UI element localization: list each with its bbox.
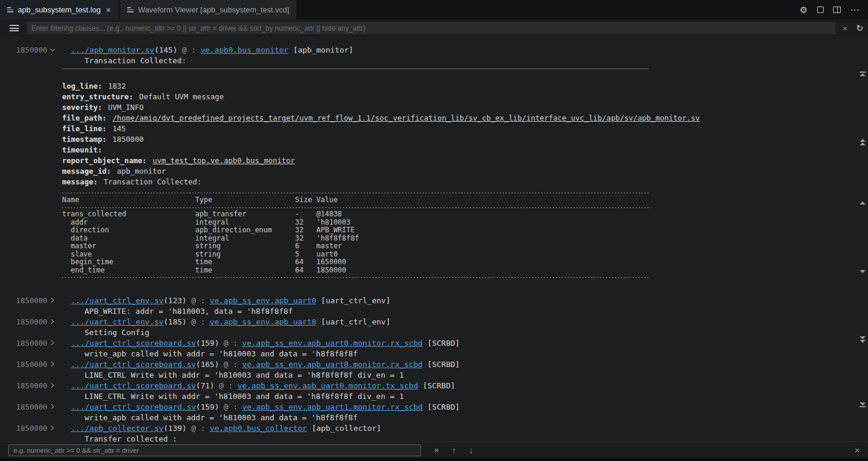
tab-waveform-viewer[interactable]: Waveform Viewer [apb_subsystem_test.vcd] <box>120 0 296 20</box>
page-down-fast-icon[interactable] <box>859 336 866 343</box>
find-previous-icon[interactable]: ↑ <box>452 446 456 455</box>
log-entry: 1850000 .../uart_ctrl_scoreboard.sv(159)… <box>0 338 857 359</box>
table-row: trans_collectedapb_transfer-@14838 <box>62 210 857 219</box>
table-row: addrintegral32'h810003 <box>62 219 857 227</box>
chevron-right-icon[interactable] <box>50 319 57 326</box>
log-entry: 1850000 .../uart_ctrl_scoreboard.sv(71) … <box>0 381 857 402</box>
chevron-down-icon[interactable] <box>50 47 57 54</box>
log-entry: 1850000 .../apb_monitor.sv(145) @ : ve.a… <box>0 45 857 296</box>
entry-timestamp: 1850000 <box>6 381 47 391</box>
arrow-down-icon[interactable] <box>859 270 866 274</box>
chevron-right-icon[interactable] <box>50 425 57 432</box>
entry-message: Transaction Collected: <box>71 56 857 66</box>
scroll-to-top-icon[interactable] <box>859 71 866 77</box>
scope-link[interactable]: ve.apb_ss_env.apb_uart0 <box>210 296 316 305</box>
entry-message: write_apb called with addr = 'h810003 an… <box>71 349 857 359</box>
scroll-to-bottom-icon[interactable] <box>859 402 866 408</box>
table-header: NameTypeSizeValue <box>62 196 857 204</box>
file-link[interactable]: .../apb_collector.sv <box>71 424 164 433</box>
chevron-right-icon[interactable] <box>50 297 57 304</box>
entry-message: LINE_CTRL Write with addr = 'h810003 and… <box>71 391 857 402</box>
tab-bar: apb_subsystem_test.log × Waveform Viewer… <box>0 0 868 20</box>
log-content: 1850000 .../apb_monitor.sv(145) @ : ve.a… <box>0 37 857 441</box>
entry-timestamp: 1850000 <box>6 402 47 413</box>
entry-header: .../apb_monitor.sv(145) @ : ve.apb0.bus_… <box>71 45 857 56</box>
scope-link[interactable]: ve.apb_ss_env.apb_uart0.monitor.rx_scbd <box>242 360 423 369</box>
log-entry: 1850000 .../uart_ctrl_scoreboard.sv(159)… <box>0 402 857 423</box>
transaction-table: NameTypeSizeValue trans_collectedapb_tra… <box>62 192 857 278</box>
log-file-icon <box>7 6 14 14</box>
waveform-file-icon <box>127 6 134 14</box>
menu-icon[interactable] <box>9 24 19 33</box>
find-input[interactable] <box>8 444 421 456</box>
table-row: begin_timetime641650000 <box>62 258 857 267</box>
more-actions-icon[interactable]: ⋯ <box>850 8 860 12</box>
maximize-icon[interactable] <box>817 7 824 13</box>
entry-message: LINE_CTRL Write with addr = 'h810003 and… <box>71 370 857 381</box>
scope-link[interactable]: ve.apb0.bus_monitor <box>200 46 289 54</box>
tab-label: Waveform Viewer [apb_subsystem_test.vcd] <box>138 5 289 14</box>
chevron-right-icon[interactable] <box>50 361 57 368</box>
scope-link[interactable]: ve.apb_ss_env.apb_uart0.monitor.rx_scbd <box>242 339 423 348</box>
table-row: dataintegral32'h8f8f8f8f <box>62 235 857 243</box>
find-bar: × ↑ ↓ × <box>0 441 868 458</box>
file-link[interactable]: .../apb_monitor.sv <box>71 46 154 54</box>
file-path-link[interactable]: /home/amiq/dvt_predefined_projects_targe… <box>112 113 699 122</box>
find-clear-icon[interactable]: × <box>434 446 439 455</box>
entry-message: write_apb called with addr = 'h810003 an… <box>71 413 857 423</box>
page-up-fast-icon[interactable] <box>859 138 866 146</box>
entry-message: Setting Config <box>71 327 857 338</box>
file-link[interactable]: .../uart_ctrl_env.sv <box>71 317 164 326</box>
entry-timestamp: 1850000 <box>6 423 47 434</box>
table-row: directionapb_direction_enum32APB_WRITE <box>62 226 857 235</box>
file-link[interactable]: .../uart_ctrl_scoreboard.sv <box>71 402 196 411</box>
log-entry: 1850000 .../uart_ctrl_scoreboard.sv(165)… <box>0 359 857 381</box>
scope-link[interactable]: ve.apb_ss_env.apb_uart0 <box>210 317 316 326</box>
entry-timestamp: 1850000 <box>6 359 47 370</box>
filter-input[interactable] <box>27 22 835 34</box>
entry-timestamp: 1850000 <box>6 317 47 327</box>
details-separator <box>62 69 649 69</box>
log-entry: 1850000 .../apb_collector.sv(139) @ : ve… <box>0 423 857 441</box>
clear-filter-icon[interactable]: × <box>843 23 848 33</box>
chevron-right-icon[interactable] <box>50 382 57 389</box>
file-link[interactable]: .../uart_ctrl_scoreboard.sv <box>71 360 196 369</box>
tab-log-file[interactable]: apb_subsystem_test.log × <box>0 0 119 20</box>
table-row: slavestring5uart0 <box>62 251 857 259</box>
table-row: end_timetime641850000 <box>62 267 857 275</box>
editor-actions: ⚙ ⋯ <box>800 0 868 20</box>
bottom-strip <box>0 458 868 461</box>
entry-timestamp: 1850000 <box>6 296 47 306</box>
entry-timestamp: 1850000 <box>6 338 47 349</box>
chevron-right-icon[interactable] <box>50 340 57 347</box>
tab-label: apb_subsystem_test.log <box>18 5 101 14</box>
log-entry: 1850000 .../uart_ctrl_env.sv(123) @ : ve… <box>0 296 857 317</box>
log-viewer-window: apb_subsystem_test.log × Waveform Viewer… <box>0 0 868 461</box>
table-row: masterstring6master <box>62 242 857 251</box>
file-link[interactable]: .../uart_ctrl_env.sv <box>71 296 164 305</box>
entry-details: log_line:1832 entry_structure:Default UV… <box>62 69 857 296</box>
entry-timestamp: 1850000 <box>6 45 47 56</box>
entry-message: Transfer collected : <box>71 434 857 441</box>
scope-link[interactable]: ve.apb0.bus_collector <box>210 424 307 433</box>
filter-bar: × ↻ <box>0 20 868 37</box>
find-next-icon[interactable]: ↓ <box>469 446 473 455</box>
file-link[interactable]: .../uart_ctrl_scoreboard.sv <box>71 381 196 390</box>
report-object-link[interactable]: uvm_test_top.ve.apb0.bus_monitor <box>153 156 295 165</box>
arrow-up-icon[interactable] <box>859 201 866 205</box>
scroll-rail <box>857 37 868 441</box>
scope-link[interactable]: ve.apb_ss_env.apb_uart0.monitor.tx_scbd <box>238 381 418 390</box>
chevron-right-icon[interactable] <box>50 404 57 411</box>
close-tab-icon[interactable]: × <box>105 6 112 14</box>
entry-message: APB_WRITE: addr = 'h810003, data = 'h8f8… <box>71 306 857 317</box>
file-link[interactable]: .../uart_ctrl_scoreboard.sv <box>71 339 196 348</box>
scope-link[interactable]: ve.apb_ss_env.apb_uart1.monitor.rx_scbd <box>242 402 423 411</box>
refresh-icon[interactable]: ↻ <box>856 23 864 34</box>
gear-icon[interactable]: ⚙ <box>800 5 808 15</box>
log-entry: 1850000 .../uart_ctrl_env.sv(185) @ : ve… <box>0 317 857 338</box>
split-editor-icon[interactable] <box>833 7 841 13</box>
find-close-icon[interactable]: × <box>854 445 860 455</box>
